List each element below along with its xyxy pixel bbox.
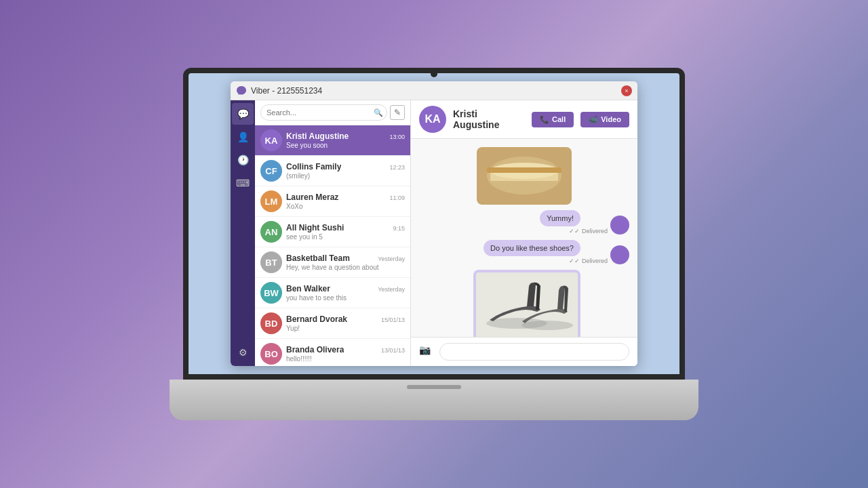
chat-avatar: AN <box>260 221 282 243</box>
video-icon: 📹 <box>589 115 598 124</box>
chat-avatar: BW <box>260 282 282 304</box>
chat-name: Lauren Meraz <box>286 192 338 202</box>
compose-button[interactable]: ✎ <box>390 105 405 120</box>
chat-time: 12:23 <box>389 164 405 171</box>
video-button[interactable]: 📹 Video <box>580 112 629 127</box>
contact-name: Kristi Augustine <box>453 108 525 130</box>
nav-sidebar: 💬 👤 🕐 ⌨ ⚙ <box>231 100 255 366</box>
search-icon: 🔍 <box>374 108 383 117</box>
chat-preview: see you in 5 <box>286 233 405 241</box>
chat-avatar: KA <box>260 129 282 151</box>
nav-settings[interactable]: ⚙ <box>232 342 254 363</box>
webcam <box>431 70 437 77</box>
viber-window: Viber - 2125551234 × 💬 👤 🕐 ⌨ ⚙ <box>231 81 637 366</box>
chat-preview: you have to see this <box>286 294 405 302</box>
chat-time: 15/01/13 <box>381 317 405 323</box>
chat-info: Ben Walker Yesterday you have to see thi… <box>286 284 405 302</box>
shoes-image <box>476 272 578 337</box>
chat-name: Collins Family <box>286 162 341 171</box>
chat-name: Branda Olivera <box>286 345 344 354</box>
chat-name: All Night Sushi <box>286 223 344 232</box>
message-input[interactable] <box>439 343 629 361</box>
messages-area: Yummy! ✓✓ Delivered Do you like these sh… <box>411 139 637 337</box>
chat-list-item-3[interactable]: AN All Night Sushi 9:15 see you in 5 <box>255 217 410 247</box>
nav-dialer[interactable]: ⌨ <box>232 172 254 194</box>
call-button[interactable]: 📞 Call <box>532 112 574 127</box>
chat-list-item-0[interactable]: KA Kristi Augustine 13:00 See you soon <box>255 125 410 156</box>
chat-header: KA Kristi Augustine 📞 Call 📹 Video <box>411 100 637 139</box>
chat-list-item-1[interactable]: CF Collins Family 12:23 (smiley) <box>255 156 410 186</box>
close-button[interactable]: × <box>621 85 632 96</box>
chat-avatar: BT <box>260 251 282 273</box>
chat-avatar: LM <box>260 190 282 212</box>
food-image-message <box>419 147 629 205</box>
laptop-frame: Viber - 2125551234 × 💬 👤 🕐 ⌨ ⚙ <box>170 68 698 420</box>
chat-avatar: CF <box>260 160 282 182</box>
chat-preview: hello!!!!!! <box>286 355 405 363</box>
chat-info: Collins Family 12:23 (smiley) <box>286 162 405 180</box>
sent-avatar-1 <box>610 216 629 235</box>
chat-time: 9:15 <box>393 225 405 232</box>
yummy-message-row: Yummy! ✓✓ Delivered <box>419 210 629 235</box>
chat-info: Bernard Dvorak 15/01/13 Yup! <box>286 314 405 332</box>
chat-name: Bernard Dvorak <box>286 314 347 324</box>
contact-avatar: KA <box>419 106 446 133</box>
nav-profile[interactable]: 👤 <box>232 126 254 148</box>
shoes-question-row: Do you like these shoes? ✓✓ Delivered <box>419 240 629 264</box>
window-title: Viber - 2125551234 <box>251 86 621 96</box>
search-wrap: 🔍 <box>260 104 387 121</box>
nav-recents[interactable]: 🕐 <box>232 149 254 171</box>
chat-preview: Hey, we have a question about <box>286 264 405 271</box>
chat-list-item-5[interactable]: BW Ben Walker Yesterday you have to see … <box>255 278 410 308</box>
chat-panel: KA Kristi Augustine 📞 Call 📹 Video <box>411 100 637 366</box>
sent-avatar-2 <box>610 245 629 264</box>
shoes-question-delivered: ✓✓ Delivered <box>569 258 608 264</box>
chat-time: Yesterday <box>378 286 405 293</box>
chat-list-item-6[interactable]: BD Bernard Dvorak 15/01/13 Yup! <box>255 308 410 339</box>
chat-preview: (smiley) <box>286 172 405 180</box>
chat-avatar: BO <box>260 343 282 365</box>
chat-time: 13/01/13 <box>381 347 405 354</box>
camera-button[interactable]: 📷 <box>419 344 434 359</box>
chat-info: Lauren Meraz 11:09 XoXo <box>286 192 405 210</box>
chat-preview: Yup! <box>286 325 405 332</box>
shoes-image-container: ✓ Delivered <box>473 270 580 337</box>
title-bar: Viber - 2125551234 × <box>231 81 637 100</box>
chat-time: 11:09 <box>389 195 405 201</box>
app-body: 💬 👤 🕐 ⌨ ⚙ 🔍 ✎ <box>231 100 637 366</box>
chat-info: All Night Sushi 9:15 see you in 5 <box>286 223 405 241</box>
chat-name: Kristi Augustine <box>286 131 349 141</box>
svg-rect-4 <box>487 167 561 173</box>
chat-list-header: 🔍 ✎ <box>255 100 410 125</box>
shoes-question-bubble: Do you like these shoes? <box>484 240 580 256</box>
chat-input-area: 📷 <box>411 337 637 366</box>
chat-preview: See you soon <box>286 142 405 149</box>
chat-preview: XoXo <box>286 203 405 210</box>
chat-list-item-4[interactable]: BT Basketball Team Yesterday Hey, we hav… <box>255 247 410 278</box>
chat-list-item-7[interactable]: BO Branda Olivera 13/01/13 hello!!!!!! <box>255 339 410 366</box>
phone-icon: 📞 <box>540 115 549 124</box>
search-input[interactable] <box>260 104 387 121</box>
chat-time: Yesterday <box>378 256 405 262</box>
svg-point-7 <box>521 321 573 330</box>
chat-list-item-2[interactable]: LM Lauren Meraz 11:09 XoXo <box>255 186 410 217</box>
yummy-delivered: ✓✓ Delivered <box>569 228 608 235</box>
chat-list-panel: 🔍 ✎ KA Kristi Augustine 13:00 See you so… <box>255 100 411 366</box>
laptop-base <box>170 380 698 420</box>
chat-info: Branda Olivera 13/01/13 hello!!!!!! <box>286 345 405 363</box>
viber-icon <box>236 85 247 96</box>
chat-name: Basketball Team <box>286 253 350 263</box>
chat-avatar: BD <box>260 312 282 334</box>
chat-info: Kristi Augustine 13:00 See you soon <box>286 131 405 149</box>
yummy-bubble: Yummy! <box>540 210 580 226</box>
nav-chats[interactable]: 💬 <box>232 103 254 125</box>
shoes-image-row: ✓ Delivered <box>419 270 629 337</box>
chat-list: KA Kristi Augustine 13:00 See you soon C… <box>255 125 410 366</box>
chat-name: Ben Walker <box>286 284 330 293</box>
chat-time: 13:00 <box>389 134 405 140</box>
chat-info: Basketball Team Yesterday Hey, we have a… <box>286 253 405 271</box>
laptop-screen: Viber - 2125551234 × 💬 👤 🕐 ⌨ ⚙ <box>183 68 685 380</box>
